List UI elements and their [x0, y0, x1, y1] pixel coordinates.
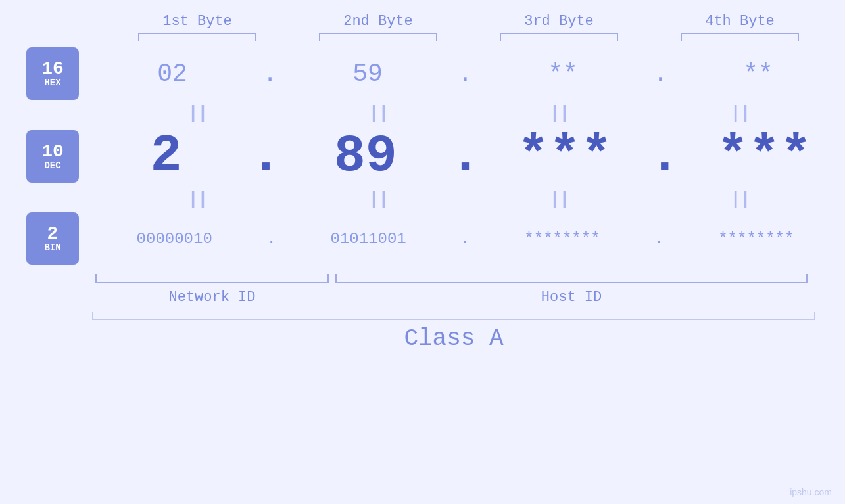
byte-labels-row: 1st Byte 2nd Byte 3rd Byte 4th Byte — [107, 13, 831, 33]
equals-6: || — [368, 189, 388, 210]
equals-row-2: || || || || — [107, 186, 831, 212]
top-bracket-3 — [500, 33, 618, 41]
bracket-cell-3 — [469, 33, 650, 41]
byte-label-2: 2nd Byte — [288, 13, 469, 33]
network-id-bracket — [95, 274, 329, 283]
hex-byte-4: ** — [671, 60, 845, 88]
dec-values-row: 2 . 89 . *** . *** — [85, 126, 845, 186]
bin-dot-3: . — [651, 230, 667, 248]
dec-dot-1: . — [247, 126, 285, 186]
top-bracket-2 — [319, 33, 437, 41]
dec-dot-2: . — [446, 126, 484, 186]
bin-byte-3: ******** — [473, 230, 651, 248]
bracket-cell-4 — [650, 33, 831, 41]
hex-row: 16 HEX 02 . 59 . ** . ** — [0, 47, 845, 100]
hex-values-row: 02 . 59 . ** . ** — [85, 60, 845, 88]
main-container: 1st Byte 2nd Byte 3rd Byte 4th Byte 16 H… — [0, 0, 845, 504]
bin-values-row: 00000010 . 01011001 . ******** . *******… — [85, 230, 845, 248]
dec-byte-3: *** — [485, 126, 646, 186]
bin-badge-label: BIN — [44, 243, 60, 252]
dec-row: 10 DEC 2 . 89 . *** . *** — [0, 126, 845, 186]
hex-byte-1: 02 — [85, 60, 259, 88]
hex-badge: 16 HEX — [26, 47, 79, 100]
bin-row: 2 BIN 00000010 . 01011001 . ******** . *… — [0, 212, 845, 265]
host-id-bracket — [335, 274, 808, 283]
hex-dot-2: . — [454, 60, 476, 88]
equals-4: || — [730, 103, 750, 124]
bin-badge: 2 BIN — [26, 212, 79, 265]
bracket-cell-1 — [107, 33, 288, 41]
dec-dot-3: . — [646, 126, 684, 186]
dec-byte-2: 89 — [285, 126, 446, 186]
bin-byte-4: ******** — [667, 230, 845, 248]
network-id-label: Network ID — [95, 289, 329, 306]
class-full-bracket — [92, 312, 815, 320]
host-id-label: Host ID — [335, 289, 808, 306]
equals-cell-2: || — [288, 103, 469, 124]
equals-8: || — [730, 189, 750, 210]
top-bracket-4 — [681, 33, 799, 41]
bin-byte-1: 00000010 — [85, 230, 263, 248]
byte-label-4: 4th Byte — [650, 13, 831, 33]
top-bracket-1 — [138, 33, 256, 41]
equals-cell-1: || — [107, 103, 288, 124]
hex-byte-2: 59 — [281, 60, 454, 88]
byte-label-1: 1st Byte — [107, 13, 288, 33]
equals-cell-4: || — [650, 103, 831, 124]
equals-row-1: || || || || — [107, 100, 831, 126]
equals-1: || — [187, 103, 207, 124]
dec-byte-4: *** — [684, 126, 845, 186]
byte-label-3: 3rd Byte — [469, 13, 650, 33]
bracket-cell-2 — [288, 33, 469, 41]
equals-cell-7: || — [469, 189, 650, 210]
top-brackets-row — [107, 33, 831, 41]
bin-byte-2: 01011001 — [279, 230, 457, 248]
equals-2: || — [368, 103, 388, 124]
equals-cell-8: || — [650, 189, 831, 210]
dec-badge: 10 DEC — [26, 130, 79, 183]
hex-dot-3: . — [650, 60, 671, 88]
hex-dot-1: . — [259, 60, 281, 88]
dec-byte-1: 2 — [85, 126, 247, 186]
class-section: Class A — [0, 312, 845, 352]
bottom-section: Network ID Host ID — [0, 271, 845, 306]
equals-7: || — [549, 189, 569, 210]
class-label: Class A — [92, 325, 815, 352]
equals-cell-6: || — [288, 189, 469, 210]
equals-cell-3: || — [469, 103, 650, 124]
hex-badge-number: 16 — [41, 60, 64, 78]
hex-badge-label: HEX — [44, 78, 60, 87]
bin-dot-2: . — [457, 230, 473, 248]
dec-badge-label: DEC — [44, 161, 60, 170]
equals-3: || — [549, 103, 569, 124]
watermark: ipshu.com — [790, 487, 832, 497]
equals-5: || — [187, 189, 207, 210]
hex-byte-3: ** — [476, 60, 650, 88]
bin-dot-1: . — [263, 230, 279, 248]
bin-badge-number: 2 — [47, 225, 59, 243]
dec-badge-number: 10 — [41, 143, 64, 161]
equals-cell-5: || — [107, 189, 288, 210]
